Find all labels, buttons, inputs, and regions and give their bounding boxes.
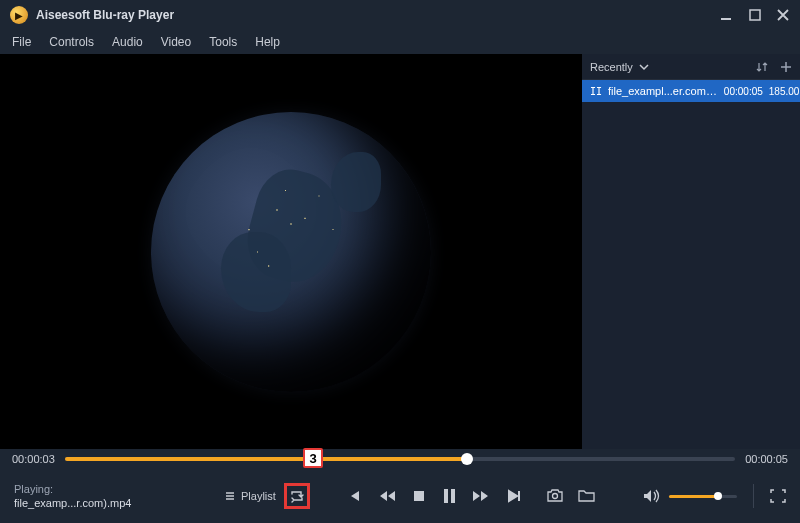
playlist-button-label: Playlist <box>241 490 276 502</box>
chevron-down-icon[interactable] <box>639 62 649 72</box>
content-area: Recently II file_exampl...er.com).mp4 00… <box>0 54 800 449</box>
volume-cluster <box>643 484 786 508</box>
titlebar: ▶ Aiseesoft Blu-ray Player <box>0 0 800 30</box>
playlist-item-name: file_exampl...er.com).mp4 <box>608 85 718 97</box>
volume-fill <box>669 495 718 498</box>
minimize-button[interactable] <box>720 8 734 22</box>
open-file-button[interactable] <box>578 489 596 503</box>
svg-point-5 <box>552 494 557 499</box>
snapshot-button[interactable] <box>546 489 564 503</box>
app-title: Aiseesoft Blu-ray Player <box>36 8 174 22</box>
video-area[interactable] <box>0 54 582 449</box>
next-button[interactable] <box>506 488 522 504</box>
playlist-item-duration: 00:00:05 <box>724 86 763 97</box>
volume-thumb[interactable] <box>714 492 722 500</box>
menubar: File Controls Audio Video Tools Help <box>0 30 800 54</box>
add-icon[interactable] <box>780 61 792 73</box>
svg-rect-2 <box>414 491 424 501</box>
playlist-item[interactable]: II file_exampl...er.com).mp4 00:00:05 18… <box>582 80 800 102</box>
video-frame-earth <box>151 112 431 392</box>
fullscreen-button[interactable] <box>770 489 786 503</box>
seek-row: 00:00:03 00:00:05 <box>0 449 800 469</box>
menu-audio[interactable]: Audio <box>112 35 143 49</box>
now-playing: Playing: file_examp...r.com).mp4 <box>14 482 164 511</box>
sidebar-header: Recently <box>582 54 800 80</box>
time-current: 00:00:03 <box>12 453 55 465</box>
playlist-button[interactable]: Playlist <box>224 490 276 502</box>
time-total: 00:00:05 <box>745 453 788 465</box>
right-tools <box>546 489 596 503</box>
menu-help[interactable]: Help <box>255 35 280 49</box>
menu-controls[interactable]: Controls <box>49 35 94 49</box>
menu-tools[interactable]: Tools <box>209 35 237 49</box>
playlist-item-size: 185.00 KB <box>769 86 800 97</box>
forward-button[interactable] <box>472 488 490 504</box>
playlist-sidebar: Recently II file_exampl...er.com).mp4 00… <box>582 54 800 449</box>
volume-bar[interactable] <box>669 495 737 498</box>
menu-file[interactable]: File <box>12 35 31 49</box>
loop-button[interactable] <box>284 483 310 509</box>
seek-fill <box>65 457 467 461</box>
divider <box>753 484 754 508</box>
list-icon <box>224 490 236 502</box>
svg-rect-1 <box>750 10 760 20</box>
seek-bar[interactable] <box>65 457 735 461</box>
sort-icon[interactable] <box>756 61 768 73</box>
now-playing-label: Playing: <box>14 482 164 496</box>
seek-thumb[interactable] <box>461 453 473 465</box>
pause-button[interactable] <box>442 488 456 504</box>
app-logo-icon: ▶ <box>10 6 28 24</box>
svg-rect-0 <box>721 18 731 20</box>
window-controls <box>720 8 790 22</box>
bottom-bar: 00:00:03 00:00:05 Playing: file_examp...… <box>0 449 800 523</box>
now-playing-file: file_examp...r.com).mp4 <box>14 496 164 510</box>
maximize-button[interactable] <box>748 8 762 22</box>
volume-icon[interactable] <box>643 488 661 504</box>
svg-rect-4 <box>451 489 455 503</box>
controls-row: Playing: file_examp...r.com).mp4 Playlis… <box>0 469 800 523</box>
prev-button[interactable] <box>346 488 362 504</box>
transport-controls <box>346 488 522 504</box>
svg-rect-3 <box>444 489 448 503</box>
stop-button[interactable] <box>412 489 426 503</box>
playlist-item-status: II <box>590 86 602 97</box>
close-button[interactable] <box>776 8 790 22</box>
annotation-step-badge: 3 <box>303 448 323 468</box>
menu-video[interactable]: Video <box>161 35 191 49</box>
sidebar-label[interactable]: Recently <box>590 61 633 73</box>
rewind-button[interactable] <box>378 488 396 504</box>
